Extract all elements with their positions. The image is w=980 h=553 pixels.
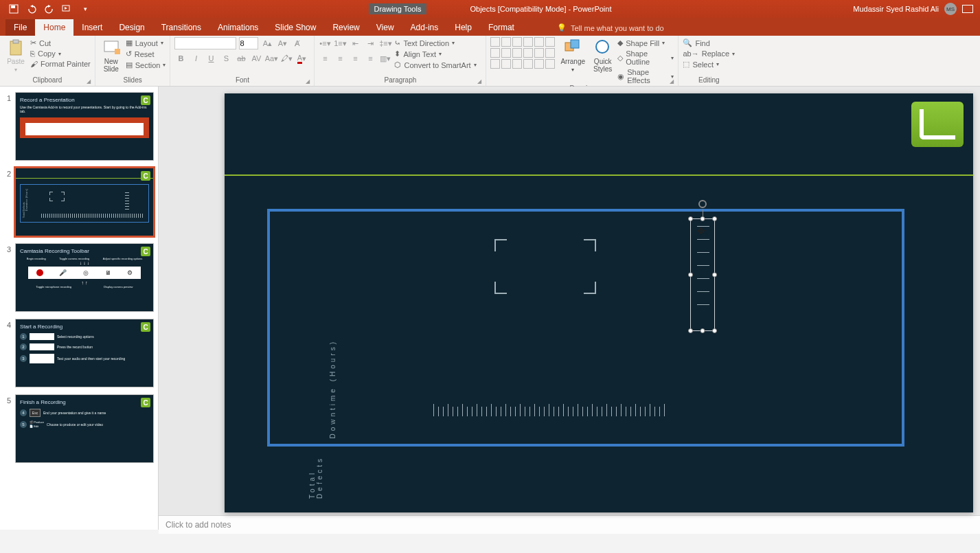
viewfinder-shape[interactable]	[494, 239, 596, 294]
change-case-icon[interactable]: Aa▾	[265, 52, 277, 65]
drawing-dialog-launcher[interactable]: ◢	[670, 78, 676, 85]
underline-icon[interactable]: U	[205, 52, 217, 65]
numbering-icon[interactable]: 1≡▾	[334, 37, 346, 49]
thumb-4[interactable]: 4 C Start a Recording 1Select recording …	[4, 319, 154, 387]
bold-icon[interactable]: B	[174, 52, 187, 65]
svg-rect-1	[11, 5, 15, 8]
start-from-beginning-icon[interactable]	[62, 3, 73, 14]
ribbon-display-icon[interactable]	[962, 5, 973, 13]
tab-transitions[interactable]: Transitions	[153, 19, 209, 36]
decrease-indent-icon[interactable]: ⇤	[349, 37, 361, 49]
copy-icon: ⎘	[30, 49, 35, 58]
tab-review[interactable]: Review	[324, 19, 367, 36]
layout-button[interactable]: ▦Layout▾	[126, 38, 166, 47]
tab-insert[interactable]: Insert	[73, 19, 111, 36]
resize-handle[interactable]	[700, 216, 705, 221]
notes-pane[interactable]: Click to add notes	[159, 515, 980, 534]
tab-format[interactable]: Format	[480, 19, 523, 36]
replace-button[interactable]: ab→Replace▾	[683, 49, 735, 58]
tab-help[interactable]: Help	[446, 19, 480, 36]
resize-handle[interactable]	[688, 216, 693, 221]
clipboard-dialog-launcher[interactable]: ◢	[87, 78, 93, 85]
shapes-gallery[interactable]	[490, 37, 555, 69]
paste-button[interactable]: Paste ▾	[4, 37, 27, 74]
select-icon: ⬚	[683, 60, 690, 69]
resize-handle[interactable]	[688, 273, 693, 278]
group-font: A▴ A▾ A̸ B I U S ab AV Aa▾ 🖍▾ A▾ Font ◢	[170, 36, 315, 86]
save-icon[interactable]	[8, 3, 19, 14]
shape-fill-button[interactable]: ◆Shape Fill▾	[617, 38, 674, 47]
tell-me-search[interactable]: 💡 Tell me what you want to do	[550, 20, 671, 36]
cut-button[interactable]: ✂Cut	[30, 38, 91, 47]
thumb-2[interactable]: 2 C Downtime (Hours) Total Defects	[4, 168, 154, 236]
line-spacing-icon[interactable]: ‡≡▾	[379, 37, 391, 49]
shadow-icon[interactable]: S	[220, 52, 232, 65]
tab-file[interactable]: File	[5, 19, 35, 36]
thumb-3[interactable]: 3 C Camtasia Recording Toolbar Begin rec…	[4, 243, 154, 312]
clear-formatting-icon[interactable]: A̸	[291, 37, 304, 49]
reset-button[interactable]: ↺Reset	[126, 49, 166, 58]
tab-addins[interactable]: Add-ins	[402, 19, 447, 36]
format-painter-icon: 🖌	[30, 60, 38, 68]
align-text-button[interactable]: ⬍Align Text▾	[394, 49, 476, 58]
find-button[interactable]: 🔍Find	[683, 38, 735, 47]
align-right-icon[interactable]: ≡	[349, 52, 361, 65]
decrease-font-icon[interactable]: A▾	[276, 37, 288, 49]
font-size-input[interactable]	[239, 37, 258, 49]
user-avatar[interactable]: MS	[944, 3, 957, 15]
font-name-input[interactable]	[174, 37, 236, 49]
rotation-handle[interactable]	[698, 200, 707, 208]
tab-view[interactable]: View	[368, 19, 402, 36]
thumb-5[interactable]: 5 C Finish a Recording 4EscEnd your pres…	[4, 394, 154, 463]
svg-rect-6	[115, 49, 120, 54]
tab-slideshow[interactable]: Slide Show	[266, 19, 324, 36]
format-painter-button[interactable]: 🖌Format Painter	[30, 60, 91, 68]
shape-outline-button[interactable]: ◇Shape Outline▾	[617, 49, 674, 66]
qat-dropdown-icon[interactable]: ▾	[80, 3, 91, 14]
font-dialog-launcher[interactable]: ◢	[306, 78, 312, 85]
char-spacing-icon[interactable]: AV	[250, 52, 262, 65]
convert-smartart-button[interactable]: ⬡Convert to SmartArt▾	[394, 60, 476, 69]
paragraph-dialog-launcher[interactable]: ◢	[477, 78, 484, 85]
quick-styles-button[interactable]: Quick Styles	[591, 37, 615, 74]
justify-icon[interactable]: ≡	[364, 52, 376, 65]
text-direction-button[interactable]: ⤿Text Direction▾	[394, 38, 476, 47]
increase-font-icon[interactable]: A▴	[261, 37, 273, 49]
chart-container[interactable]: Downtime (Hours) Total Defects	[267, 209, 904, 447]
shape-effects-button[interactable]: ◉Shape Effects▾	[617, 68, 674, 84]
resize-handle[interactable]	[688, 328, 693, 333]
font-color-icon[interactable]: A▾	[295, 52, 308, 65]
resize-handle[interactable]	[712, 216, 717, 221]
new-slide-button[interactable]: New Slide	[100, 37, 123, 74]
tab-animations[interactable]: Animations	[209, 19, 266, 36]
copy-button[interactable]: ⎘Copy▾	[30, 49, 91, 58]
section-button[interactable]: ▤Section▾	[126, 60, 166, 69]
italic-icon[interactable]: I	[190, 52, 202, 65]
notes-placeholder: Click to add notes	[166, 520, 231, 530]
thumb-1[interactable]: 1 C Record a Presentation Use the Camtas…	[4, 92, 154, 161]
cut-icon: ✂	[30, 38, 36, 47]
select-button[interactable]: ⬚Select▾	[683, 60, 735, 69]
resize-handle[interactable]	[712, 328, 717, 333]
redo-icon[interactable]	[44, 3, 55, 14]
camtasia-logo-icon: C	[141, 398, 150, 407]
slide-thumbnails-panel[interactable]: 1 C Record a Presentation Use the Camtas…	[0, 87, 159, 530]
highlight-icon[interactable]: 🖍▾	[280, 52, 293, 65]
columns-icon[interactable]: ▥▾	[379, 52, 391, 65]
undo-icon[interactable]	[26, 3, 37, 14]
slide-canvas-area[interactable]: Downtime (Hours) Total Defects	[225, 93, 973, 512]
new-slide-label: New Slide	[104, 58, 119, 73]
tab-design[interactable]: Design	[111, 19, 152, 36]
align-left-icon[interactable]: ≡	[319, 52, 331, 65]
bullets-icon[interactable]: •≡▾	[319, 37, 331, 49]
ribbon: Paste ▾ ✂Cut ⎘Copy▾ 🖌Format Painter Clip…	[0, 36, 980, 87]
new-slide-icon	[102, 38, 120, 56]
resize-handle[interactable]	[712, 273, 717, 278]
strike-icon[interactable]: ab	[235, 52, 247, 65]
user-name[interactable]: Mudassir Syed Rashid Ali	[853, 5, 939, 13]
increase-indent-icon[interactable]: ⇥	[364, 37, 376, 49]
arrange-button[interactable]: Arrange▾	[558, 37, 588, 74]
resize-handle[interactable]	[700, 328, 705, 333]
align-center-icon[interactable]: ≡	[334, 52, 346, 65]
tab-home[interactable]: Home	[35, 19, 73, 36]
